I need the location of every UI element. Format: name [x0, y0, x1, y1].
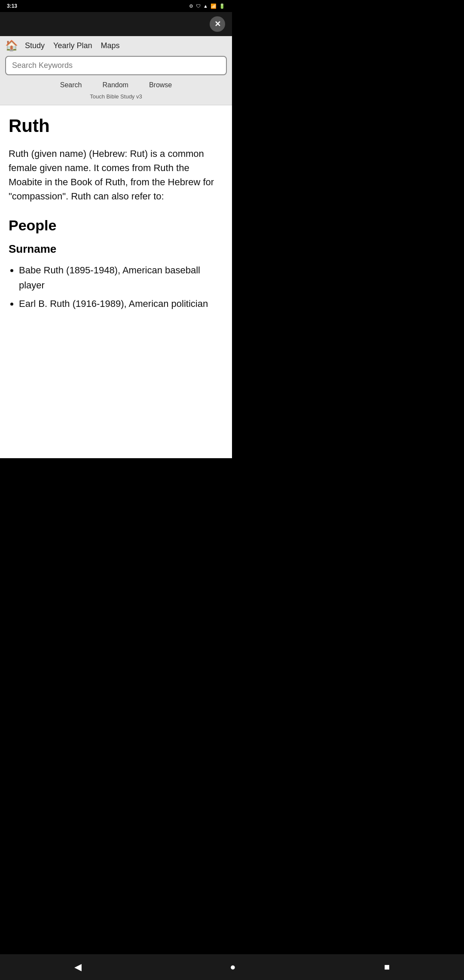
settings-icon: ⚙ [189, 3, 193, 9]
list-item-babe-ruth: Babe Ruth (1895-1948), American baseball… [19, 263, 223, 293]
battery-icon: 🔋 [219, 3, 225, 9]
search-input[interactable] [5, 56, 227, 75]
wifi-icon: ▲ [203, 3, 208, 9]
surname-list: Babe Ruth (1895-1948), American baseball… [19, 263, 223, 312]
content-intro: Ruth (given name) (Hebrew: Rut) is a com… [9, 147, 223, 203]
sub-heading-surname: Surname [9, 242, 223, 256]
close-button[interactable]: ✕ [210, 16, 225, 32]
list-item-earl-ruth: Earl B. Ruth (1916-1989), American polit… [19, 296, 223, 311]
status-bar: 3:13 ⚙ 🛡 ▲ 📶 🔋 [0, 0, 232, 12]
signal-icon: 📶 [211, 3, 217, 9]
tab-yearly-plan[interactable]: Yearly Plan [52, 40, 94, 51]
tab-maps[interactable]: Maps [99, 40, 121, 51]
section-people-heading: People [9, 217, 223, 234]
status-time: 3:13 [7, 3, 17, 9]
nav-area: 🏠 Study Yearly Plan Maps Search Random B… [0, 36, 232, 105]
action-row: Search Random Browse [5, 80, 227, 91]
content-title: Ruth [9, 116, 223, 136]
browse-button[interactable]: Browse [146, 80, 175, 91]
top-bar: ✕ [0, 12, 232, 36]
tab-study[interactable]: Study [23, 40, 46, 51]
search-button[interactable]: Search [57, 80, 85, 91]
content-area: Ruth Ruth (given name) (Hebrew: Rut) is … [0, 105, 232, 458]
status-icons: ⚙ 🛡 ▲ 📶 🔋 [189, 3, 225, 9]
version-label: Touch Bible Study v3 [5, 93, 227, 103]
nav-tabs: 🏠 Study Yearly Plan Maps [5, 40, 227, 52]
shield-icon: 🛡 [196, 3, 201, 9]
random-button[interactable]: Random [99, 80, 131, 91]
home-icon[interactable]: 🏠 [5, 40, 18, 52]
